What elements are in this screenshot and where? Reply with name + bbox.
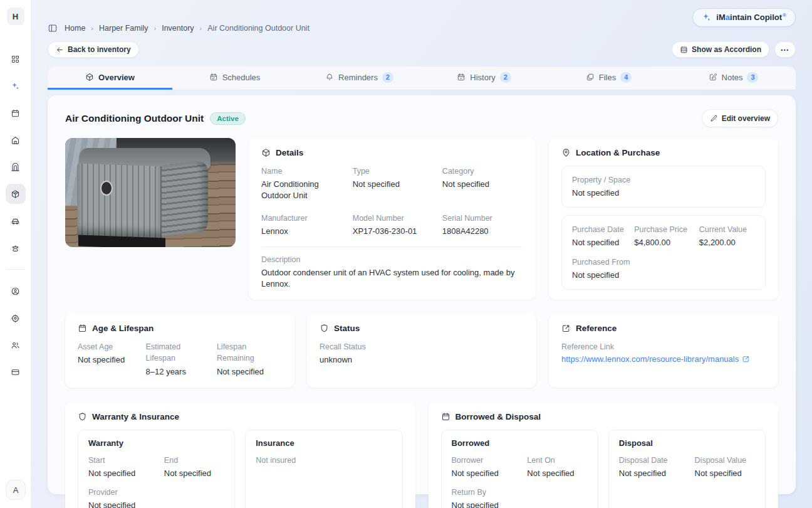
gear-icon — [11, 314, 20, 323]
sidebar-item-vehicles[interactable] — [6, 211, 26, 231]
sidebar-item-pets[interactable] — [6, 238, 26, 258]
calendar-icon — [441, 412, 450, 421]
workspace-avatar[interactable]: H — [7, 8, 24, 25]
purchase-date-value: Not specified — [572, 237, 628, 248]
chevron-right-icon: › — [154, 24, 157, 32]
tab-overview[interactable]: Overview — [48, 66, 172, 90]
more-options-button[interactable]: ⋯ — [774, 41, 796, 58]
asset-photo[interactable] — [65, 138, 236, 247]
copilot-label: iMaintain Copilot® — [716, 13, 786, 22]
home-icon — [11, 135, 20, 145]
schedule-calendar-icon — [209, 73, 218, 82]
property-space-value: Not specified — [572, 188, 755, 199]
sidebar-item-property[interactable] — [6, 157, 26, 177]
history-calendar-icon — [457, 73, 466, 82]
bell-icon — [325, 73, 334, 82]
purchase-price-value: $4,800.00 — [634, 237, 693, 248]
tab-files[interactable]: Files 4 — [546, 66, 671, 90]
tab-reminders[interactable]: Reminders 2 — [297, 66, 422, 90]
sidebar-item-settings[interactable] — [6, 308, 26, 328]
insurance-box: Insurance Not insured — [245, 430, 402, 508]
detail-name: Air Conditioning Outdoor Unit — [261, 179, 344, 201]
files-count-badge: 4 — [620, 72, 632, 83]
breadcrumb: Home › Harper Family › Inventory › Air C… — [48, 23, 796, 33]
sidebar-item-home[interactable] — [6, 130, 26, 150]
shield-icon — [78, 412, 87, 421]
chevron-right-icon: › — [91, 24, 93, 32]
credit-card-icon — [11, 368, 20, 377]
user-avatar[interactable]: A — [6, 480, 26, 500]
main-area: iMaintain Copilot® Home › Harper Family … — [31, 0, 812, 508]
chevron-right-icon: › — [200, 24, 202, 32]
warranty-provider-value: Not specified — [88, 500, 224, 508]
car-icon — [11, 216, 20, 226]
return-by-value: Not specified — [452, 500, 588, 508]
sidebar-item-profile[interactable] — [6, 281, 26, 301]
sidebar-item-dashboard[interactable] — [6, 49, 26, 69]
tab-bar: Overview Schedules Reminders 2 History 2… — [48, 66, 796, 90]
arrow-left-icon — [56, 46, 64, 54]
reminders-count-badge: 2 — [382, 72, 393, 83]
detail-model-number: XP17-036-230-01 — [353, 226, 434, 237]
doorway-icon — [11, 162, 20, 172]
sidebar-item-members[interactable] — [6, 335, 26, 355]
reference-card: Reference Reference Link https://www.len… — [549, 314, 778, 387]
calendar-icon — [78, 324, 87, 333]
tab-schedules[interactable]: Schedules — [172, 66, 297, 90]
pencil-icon — [710, 114, 718, 122]
detail-description: Outdoor condenser unit of an HVAC system… — [261, 267, 523, 290]
reference-link[interactable]: https://www.lennox.com/resource-library/… — [561, 354, 766, 364]
detail-type: Not specified — [353, 179, 434, 190]
package-icon — [85, 73, 94, 82]
edit-overview-button[interactable]: Edit overview — [702, 109, 778, 127]
package-icon — [261, 148, 271, 157]
back-to-inventory-button[interactable]: Back to inventory — [48, 41, 139, 58]
tab-notes[interactable]: Notes 3 — [671, 66, 796, 90]
status-badge: Active — [210, 112, 246, 125]
notes-count-badge: 3 — [747, 72, 758, 83]
users-icon — [11, 341, 20, 350]
history-count-badge: 2 — [500, 72, 511, 83]
detail-category: Not specified — [442, 179, 523, 190]
details-card: Details NameAir Conditioning Outdoor Uni… — [249, 138, 536, 300]
sidebar-item-calendar[interactable] — [6, 103, 26, 123]
panel-toggle-icon[interactable] — [48, 23, 58, 33]
estimated-lifespan-value: 8–12 years — [146, 366, 208, 378]
purchased-from-value: Not specified — [572, 270, 755, 281]
current-value-value: $2,200.00 — [699, 237, 755, 248]
borrowed-box: Borrowed BorrowerNot specified Lent OnNo… — [441, 430, 598, 508]
ellipsis-icon: ⋯ — [781, 45, 790, 55]
external-link-icon — [561, 324, 571, 333]
breadcrumb-home[interactable]: Home — [65, 24, 85, 33]
breadcrumb-inventory[interactable]: Inventory — [162, 24, 194, 33]
sparkles-icon — [11, 82, 20, 91]
recall-status-value: unknown — [320, 354, 524, 366]
tab-history[interactable]: History 2 — [422, 66, 546, 90]
paw-icon — [11, 243, 20, 253]
copilot-button[interactable]: iMaintain Copilot® — [692, 8, 796, 27]
status-card: Status Recall Status unknown — [307, 314, 536, 387]
asset-age-value: Not specified — [78, 354, 137, 366]
detail-manufacturer: Lennox — [261, 226, 344, 237]
insurance-value: Not insured — [256, 455, 392, 466]
breadcrumb-family[interactable]: Harper Family — [99, 24, 148, 33]
sidebar-item-inventory[interactable] — [6, 184, 26, 204]
sidebar-item-billing[interactable] — [6, 362, 26, 382]
shield-icon — [320, 324, 329, 333]
sidebar-item-copilot[interactable] — [6, 76, 26, 96]
property-space-box: Property / Space Not specified — [561, 166, 766, 208]
warranty-box: Warranty StartNot specified EndNot speci… — [78, 430, 235, 508]
disposal-value-value: Not specified — [695, 468, 755, 479]
breadcrumb-current: Air Conditioning Outdoor Unit — [207, 24, 310, 33]
borrower-value: Not specified — [452, 468, 521, 479]
calendar-icon — [11, 108, 20, 118]
sidebar-divider — [6, 269, 25, 270]
lifespan-remaining-value: Not specified — [217, 366, 282, 378]
borrowed-disposal-card: Borrowed & Disposal Borrowed BorrowerNot… — [429, 402, 779, 508]
overview-panel: Air Conditioning Outdoor Unit Active Edi… — [48, 95, 796, 494]
sidebar-nav — [6, 49, 26, 382]
dashboard-grid-icon — [11, 55, 20, 64]
warranty-end-value: Not specified — [164, 468, 224, 479]
accordion-icon — [680, 46, 688, 54]
show-as-accordion-button[interactable]: Show as Accordion — [672, 41, 769, 58]
